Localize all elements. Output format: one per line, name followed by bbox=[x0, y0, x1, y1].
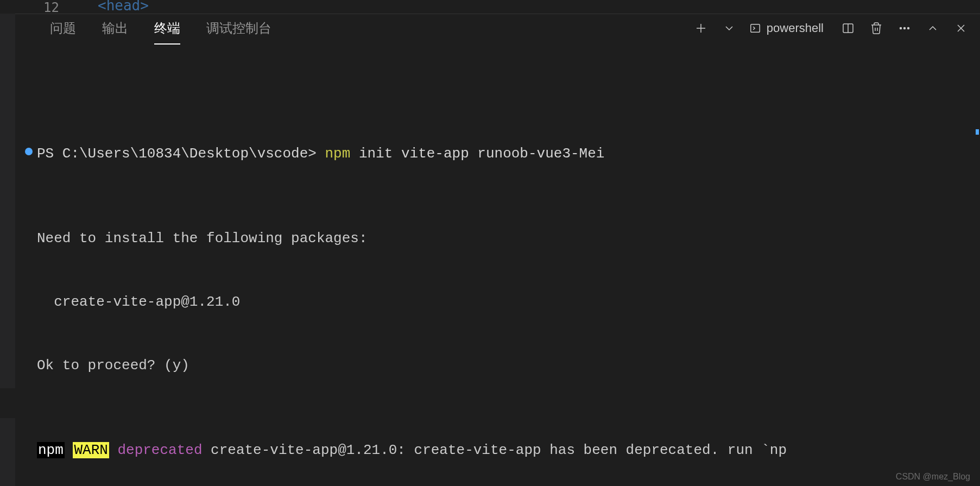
split-terminal-button[interactable] bbox=[840, 20, 856, 36]
close-panel-button[interactable] bbox=[953, 20, 969, 36]
output-line: Need to install the following packages: bbox=[37, 228, 958, 249]
shell-name: powershell bbox=[767, 21, 824, 35]
bottom-panel: 问题 输出 终端 调试控制台 powershell bbox=[15, 14, 980, 486]
warn-text: create-vite-app@1.21.0: create-vite-app … bbox=[202, 442, 787, 458]
prompt-path: PS C:\Users\10834\Desktop\vscode> bbox=[37, 146, 325, 162]
line-number: 12 bbox=[43, 0, 59, 14]
shell-indicator[interactable]: powershell bbox=[749, 21, 824, 35]
panel-tabs-row: 问题 输出 终端 调试控制台 powershell bbox=[15, 14, 980, 42]
panel-actions: powershell bbox=[693, 20, 969, 36]
editor-peek: 12 <head> bbox=[0, 0, 149, 14]
npm-tag: npm bbox=[37, 442, 65, 458]
cmd-args: init vite-app runoob-vue3-Mei bbox=[350, 146, 604, 162]
output-line: create-vite-app@1.21.0 bbox=[37, 292, 958, 313]
activity-bar-gap bbox=[0, 388, 15, 418]
new-terminal-button[interactable] bbox=[693, 20, 709, 36]
warn-tag: WARN bbox=[73, 442, 109, 458]
active-indicator-icon bbox=[25, 148, 33, 155]
kill-terminal-button[interactable] bbox=[868, 20, 884, 36]
activity-bar-strip bbox=[0, 14, 15, 486]
editor-peek-text: <head> bbox=[98, 0, 149, 14]
deprecated-label: deprecated bbox=[117, 442, 202, 458]
terminal-dropdown-button[interactable] bbox=[721, 20, 737, 36]
tab-terminal[interactable]: 终端 bbox=[141, 14, 193, 42]
svg-point-6 bbox=[904, 28, 906, 29]
more-actions-button[interactable] bbox=[896, 20, 913, 36]
scrollbar-marker bbox=[976, 129, 979, 135]
terminal-output[interactable]: PS C:\Users\10834\Desktop\vscode> npm in… bbox=[15, 42, 980, 486]
watermark: CSDN @mez_Blog bbox=[896, 472, 970, 482]
maximize-panel-button[interactable] bbox=[925, 20, 941, 36]
output-line: Ok to proceed? (y) bbox=[37, 355, 958, 376]
svg-point-7 bbox=[908, 28, 909, 29]
svg-point-5 bbox=[900, 28, 902, 29]
tab-problems[interactable]: 问题 bbox=[37, 14, 89, 42]
tab-debug-console[interactable]: 调试控制台 bbox=[193, 14, 284, 42]
tab-output[interactable]: 输出 bbox=[89, 14, 141, 42]
cmd-npm: npm bbox=[325, 146, 351, 162]
